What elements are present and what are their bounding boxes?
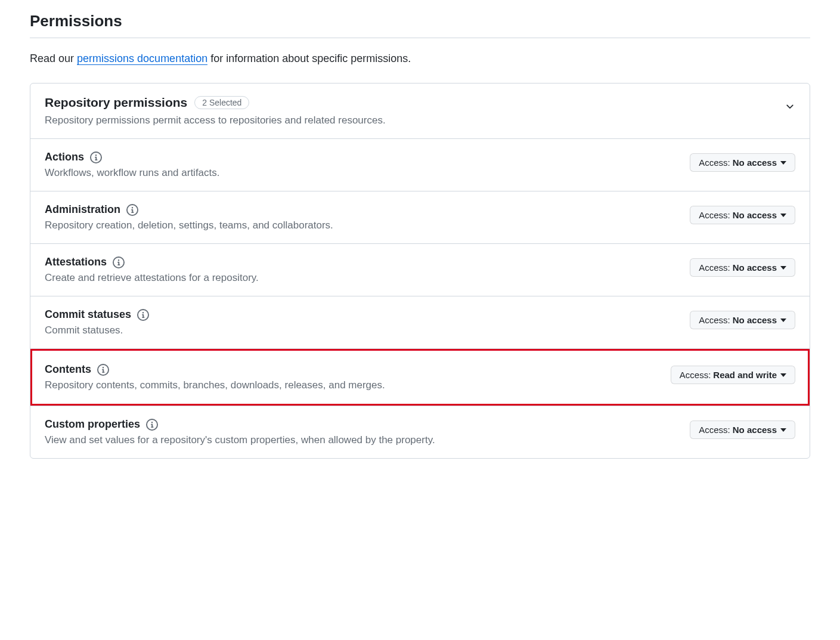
access-prefix: Access: (699, 315, 730, 325)
access-dropdown[interactable]: Access: No access (690, 206, 795, 224)
page-title: Permissions (30, 12, 810, 38)
info-icon[interactable] (146, 419, 158, 431)
chevron-down-icon (785, 101, 795, 115)
permission-title: Commit statuses (45, 308, 131, 321)
caret-down-icon (780, 372, 786, 378)
panel-subtitle: Repository permissions permit access to … (45, 115, 386, 126)
caret-down-icon (780, 317, 786, 323)
intro-suffix: for information about specific permissio… (207, 52, 411, 64)
caret-down-icon (780, 160, 786, 166)
access-dropdown[interactable]: Access: No access (690, 311, 795, 329)
access-prefix: Access: (699, 425, 730, 435)
access-dropdown[interactable]: Access: No access (690, 153, 795, 172)
permissions-documentation-link[interactable]: permissions documentation (77, 52, 207, 65)
permission-title: Custom properties (45, 418, 140, 431)
permission-title: Contents (45, 363, 91, 376)
permission-title: Attestations (45, 256, 107, 268)
caret-down-icon (780, 427, 786, 433)
repository-permissions-header[interactable]: Repository permissions 2 Selected Reposi… (30, 84, 810, 139)
info-icon[interactable] (113, 256, 125, 268)
access-prefix: Access: (699, 262, 730, 273)
access-value: No access (733, 262, 777, 273)
access-value: Read and write (713, 370, 777, 380)
access-dropdown[interactable]: Access: Read and write (671, 366, 795, 384)
permission-description: Workflows, workflow runs and artifacts. (45, 167, 690, 179)
permission-description: Commit statuses. (45, 324, 690, 336)
permission-row: AdministrationRepository creation, delet… (30, 191, 810, 244)
permission-description: Create and retrieve attestations for a r… (45, 272, 690, 284)
access-prefix: Access: (699, 210, 730, 220)
permission-title: Administration (45, 203, 120, 216)
access-dropdown[interactable]: Access: No access (690, 258, 795, 277)
caret-down-icon (780, 212, 786, 218)
permission-description: View and set values for a repository's c… (45, 434, 690, 446)
permission-title: Actions (45, 151, 84, 163)
repository-permissions-panel: Repository permissions 2 Selected Reposi… (30, 83, 810, 459)
panel-title: Repository permissions (45, 95, 187, 110)
permission-row: ContentsRepository contents, commits, br… (30, 349, 810, 406)
access-value: No access (733, 157, 777, 168)
access-value: No access (733, 425, 777, 435)
info-icon[interactable] (137, 309, 149, 321)
access-prefix: Access: (699, 157, 730, 168)
intro-prefix: Read our (30, 52, 77, 64)
intro-text: Read our permissions documentation for i… (30, 52, 810, 65)
info-icon[interactable] (97, 364, 109, 376)
permission-row: Commit statusesCommit statuses.Access: N… (30, 296, 810, 349)
caret-down-icon (780, 265, 786, 271)
info-icon[interactable] (126, 204, 138, 216)
info-icon[interactable] (90, 152, 102, 163)
permissions-list: ActionsWorkflows, workflow runs and arti… (30, 139, 810, 458)
permission-row: AttestationsCreate and retrieve attestat… (30, 244, 810, 296)
selected-count-badge: 2 Selected (194, 96, 249, 109)
permission-row: ActionsWorkflows, workflow runs and arti… (30, 139, 810, 191)
permission-row: Custom propertiesView and set values for… (30, 406, 810, 458)
access-value: No access (733, 315, 777, 325)
permission-description: Repository contents, commits, branches, … (45, 379, 671, 391)
permission-description: Repository creation, deletion, settings,… (45, 219, 690, 231)
access-dropdown[interactable]: Access: No access (690, 421, 795, 439)
access-prefix: Access: (680, 370, 711, 380)
access-value: No access (733, 210, 777, 220)
